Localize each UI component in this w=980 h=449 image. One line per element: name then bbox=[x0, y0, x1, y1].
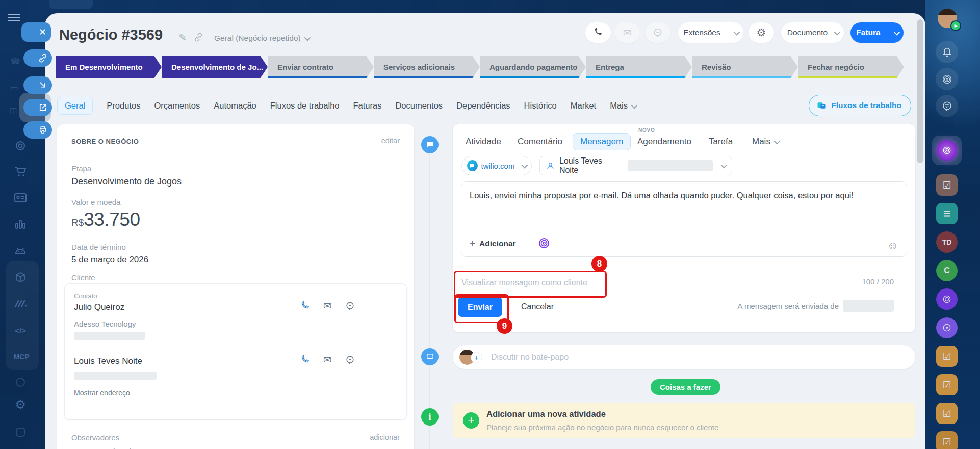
app-check-orange-2[interactable]: ☑ bbox=[936, 374, 958, 395]
composer-tab-tarefa[interactable]: Tarefa bbox=[709, 137, 733, 147]
stage-servicos-adicionais[interactable]: Serviços adicionais bbox=[374, 56, 480, 78]
menu-hamburger-icon[interactable] bbox=[8, 14, 20, 21]
todo-pill[interactable]: Coisas a fazer bbox=[651, 379, 720, 395]
tab-produtos[interactable]: Produtos bbox=[107, 101, 140, 111]
app-tasks-brown[interactable]: ☑ bbox=[936, 174, 958, 196]
new-activity-banner[interactable]: + Adicionar uma nova atividade Planeje s… bbox=[453, 403, 915, 438]
external-link-icon bbox=[38, 103, 47, 112]
messenger-button[interactable] bbox=[645, 22, 670, 43]
stage-enviar-contrato[interactable]: Enviar contrato bbox=[268, 56, 374, 78]
app-check-orange-3[interactable]: ☑ bbox=[936, 403, 958, 424]
copilot-icon[interactable] bbox=[538, 237, 550, 251]
document-dropdown[interactable]: Documento bbox=[781, 22, 844, 43]
app-c-logo[interactable]: C bbox=[936, 260, 958, 281]
stage-fechar-negocio[interactable]: Fechar negócio bbox=[798, 56, 904, 78]
deal-tab-bar: Geral Produtos Orçamentos Automação Flux… bbox=[57, 95, 636, 116]
add-activity-plus-icon[interactable]: + bbox=[463, 412, 479, 429]
composer-tab-mensagem[interactable]: Mensagem bbox=[573, 133, 631, 150]
tab-historico[interactable]: Histórico bbox=[524, 101, 557, 111]
tab-dependencias[interactable]: Dependências bbox=[456, 101, 510, 111]
android-icon[interactable] bbox=[13, 244, 28, 258]
checkbox-icon: ☑ bbox=[942, 408, 951, 419]
due-date-value: 5 de março de 2026 bbox=[71, 255, 148, 265]
composer-tab-atividade[interactable]: Atividade bbox=[466, 137, 501, 147]
chat-icon[interactable] bbox=[344, 300, 355, 311]
tab-automacao[interactable]: Automação bbox=[214, 101, 256, 111]
vertical-scrollbar[interactable] bbox=[917, 19, 923, 163]
tab-documentos[interactable]: Documentos bbox=[395, 101, 443, 111]
chart-icon[interactable] bbox=[13, 217, 28, 231]
tab-geral[interactable]: Geral bbox=[57, 97, 93, 115]
mail-icon[interactable]: ✉ bbox=[322, 300, 333, 311]
channel-selector[interactable]: twilio.com bbox=[461, 156, 532, 175]
mail-icon[interactable]: ✉ bbox=[322, 354, 333, 365]
observers-add-link[interactable]: adicionar bbox=[370, 433, 400, 441]
save-to-tray-button[interactable] bbox=[23, 76, 52, 94]
messenger-rail-button[interactable] bbox=[936, 95, 958, 117]
stage-entrega[interactable]: Entrega bbox=[586, 56, 692, 78]
stage-revisao[interactable]: Revisão bbox=[692, 56, 798, 78]
wave-logo-icon[interactable] bbox=[13, 297, 28, 311]
app-check-orange-4[interactable]: ☑ bbox=[936, 431, 958, 449]
contact-name[interactable]: Julio Queiroz bbox=[74, 302, 124, 312]
app-purple-spiral[interactable] bbox=[936, 288, 958, 310]
mcp-item[interactable]: MCP bbox=[10, 350, 33, 364]
app-docs-teal[interactable]: ≣ bbox=[936, 203, 958, 224]
add-attachment-button[interactable]: + Adicionar bbox=[470, 238, 516, 249]
close-button[interactable]: ✕ bbox=[21, 22, 51, 42]
app-purple-target[interactable] bbox=[936, 317, 958, 338]
composer-tab-agendamento[interactable]: Agendamento bbox=[637, 137, 691, 147]
tab-mais[interactable]: Mais bbox=[610, 101, 636, 111]
download-arrow-icon bbox=[38, 81, 47, 90]
tab-fluxos-de-trabalho[interactable]: Fluxos de trabalho bbox=[270, 101, 340, 111]
copy-link-button[interactable] bbox=[23, 49, 52, 67]
message-input[interactable]: Louis, enviei minha proposta por e-mail.… bbox=[461, 181, 907, 257]
print-button[interactable] bbox=[23, 121, 52, 139]
notifications-button[interactable] bbox=[936, 41, 958, 63]
target-icon[interactable] bbox=[13, 139, 28, 153]
open-external-button[interactable] bbox=[23, 99, 52, 116]
copilot-rail-button[interactable] bbox=[936, 68, 958, 90]
stage-desenvolvimento-de-jogos[interactable]: Desenvolvimento de Jo... bbox=[162, 56, 268, 78]
invoice-button[interactable]: Fatura bbox=[850, 22, 904, 43]
code-icon[interactable]: </> bbox=[13, 323, 28, 337]
settings-button[interactable]: ⚙ bbox=[749, 22, 774, 43]
recipient-field[interactable]: Louis Teves Noite bbox=[539, 156, 732, 175]
app-td-avatar[interactable]: TD bbox=[936, 231, 958, 253]
bag-ghost-icon: ◫ bbox=[6, 103, 20, 117]
preview-as-client-link[interactable]: Visualizar mensagem como cliente bbox=[461, 278, 587, 287]
workflows-button[interactable]: Fluxos de trabalho bbox=[809, 95, 911, 116]
settings-gear-icon[interactable]: ⚙ bbox=[13, 398, 28, 412]
chat-exchange-icon bbox=[942, 101, 952, 112]
emoji-icon[interactable]: ☺ bbox=[887, 239, 898, 252]
chat-icon[interactable] bbox=[344, 354, 355, 365]
edit-link[interactable]: editar bbox=[381, 137, 400, 145]
email-button[interactable]: ✉ bbox=[614, 22, 640, 43]
phone-icon[interactable] bbox=[299, 300, 311, 311]
chat-input-row[interactable]: + Discutir no bate-papo bbox=[453, 345, 915, 369]
stage-em-desenvolvimento[interactable]: Em Desenvolvimento bbox=[56, 56, 162, 78]
call-button[interactable] bbox=[585, 22, 611, 43]
edit-title-pencil-icon[interactable]: ✎ bbox=[178, 32, 187, 43]
tab-market[interactable]: Market bbox=[571, 101, 596, 111]
phone-icon[interactable] bbox=[299, 354, 311, 365]
tab-faturas[interactable]: Faturas bbox=[353, 101, 382, 111]
show-address-link[interactable]: Mostrar endereço bbox=[74, 389, 130, 398]
add-participant-icon[interactable]: + bbox=[471, 352, 482, 363]
composer-tab-comentario[interactable]: Comentário bbox=[518, 137, 562, 147]
stage-aguardando-pagamento[interactable]: Aguardando pagamento bbox=[480, 56, 586, 78]
active-copilot-app[interactable] bbox=[937, 140, 957, 161]
app-check-orange-1[interactable]: ☑ bbox=[936, 346, 958, 367]
tab-orcamentos[interactable]: Orçamentos bbox=[154, 101, 200, 111]
company-name[interactable]: Adesso Tecnology bbox=[74, 320, 136, 328]
contact2-name[interactable]: Louis Teves Noite bbox=[74, 356, 142, 366]
id-card-icon[interactable] bbox=[13, 191, 28, 205]
cart-icon[interactable] bbox=[13, 164, 28, 178]
extensions-dropdown[interactable]: Extensões bbox=[678, 22, 743, 43]
composer-tab-mais[interactable]: Mais bbox=[752, 137, 779, 147]
pipeline-selector[interactable]: Geral (Negócio repetido) bbox=[214, 34, 309, 44]
cancel-button[interactable]: Cancelar bbox=[521, 302, 554, 311]
title-link-icon[interactable] bbox=[194, 33, 203, 44]
rail-divider bbox=[937, 126, 958, 126]
package-icon[interactable] bbox=[13, 270, 28, 284]
